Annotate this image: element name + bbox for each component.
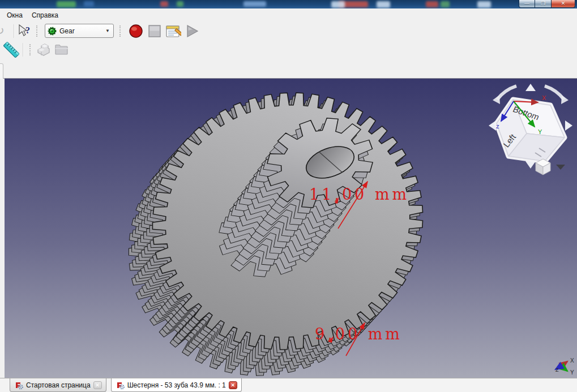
execute-macro-icon <box>185 24 199 38</box>
freecad-doc-icon <box>116 381 125 390</box>
minimize-button[interactable]: — <box>519 0 535 8</box>
title-bar: — ❐ ✕ <box>0 0 577 9</box>
nav-cube-y-label: Y <box>538 128 542 135</box>
tab-label: Стартовая страница <box>26 381 91 389</box>
freecad-window: — ❐ ✕ Окна Справка ↻ ? <box>0 0 577 392</box>
axis-z-label: Z <box>555 367 559 373</box>
close-button[interactable]: ✕ <box>551 0 575 8</box>
viewport-canvas[interactable]: 11,00 mm 9,00 mm <box>5 79 577 378</box>
record-macro-button[interactable] <box>128 23 144 39</box>
tab-label: Шестерня - 53 зуба 43.9 мм. : 1 <box>127 381 226 389</box>
dimension-label: 11,00 mm <box>309 186 409 203</box>
execute-macro-button[interactable] <box>184 23 200 39</box>
open-folder-button[interactable] <box>54 42 70 58</box>
refresh-button[interactable]: ↻ <box>0 23 11 39</box>
measure-icon <box>3 41 19 58</box>
dimension-label: 9,00 mm <box>315 325 403 343</box>
background-blob <box>441 1 450 7</box>
nav-cube-x-label: X <box>542 94 546 101</box>
document-tab-bar: Стартовая страница ✕ Шестерня - 53 зуба … <box>0 378 577 392</box>
part-button[interactable] <box>36 42 52 58</box>
maximize-button[interactable]: ❐ <box>535 0 551 8</box>
background-blob <box>377 1 390 8</box>
chevron-down-icon: ▼ <box>104 28 111 33</box>
menu-bar: Окна Справка <box>0 8 577 21</box>
part-icon <box>36 43 51 57</box>
background-blob <box>57 1 76 7</box>
background-blob <box>331 1 345 8</box>
freecad-doc-icon <box>14 381 23 390</box>
edit-macro-button[interactable] <box>165 23 181 39</box>
measure-button[interactable] <box>3 42 19 58</box>
toolbar-handle[interactable] <box>119 25 122 37</box>
background-blob <box>160 1 168 7</box>
nav-cube-z-label: Z <box>496 124 499 130</box>
toolbar-handle[interactable] <box>36 25 39 37</box>
background-blob <box>84 1 94 7</box>
menu-help[interactable]: Справка <box>27 10 63 21</box>
tab-close-button[interactable]: ✕ <box>93 381 102 389</box>
stop-macro-icon <box>148 24 161 38</box>
axis-x-label: X <box>570 357 574 364</box>
viewport-3d[interactable]: 11,00 mm 9,00 mm <box>0 79 577 378</box>
whats-this-button[interactable]: ? <box>17 23 33 39</box>
toolbar-separator <box>23 43 24 57</box>
toolbar-handle[interactable] <box>29 44 32 55</box>
svg-text:?: ? <box>25 25 30 35</box>
background-blob <box>243 1 266 7</box>
viewport-left-margin <box>0 79 5 378</box>
tab-gear-document[interactable]: Шестерня - 53 зуба 43.9 мм. : 1 ✕ <box>111 378 242 392</box>
record-macro-icon <box>129 24 143 38</box>
stop-macro-button[interactable] <box>147 23 163 39</box>
background-blob <box>426 1 438 7</box>
axis-y-label: Y <box>570 369 574 376</box>
macro-toolbar: ↻ ? Gear ▼ <box>0 21 577 41</box>
edit-macro-icon <box>165 24 181 38</box>
toolbar-separator <box>14 24 15 38</box>
macro-combobox[interactable]: Gear ▼ <box>45 24 114 38</box>
background-blob <box>477 1 491 8</box>
tab-close-button[interactable]: ✕ <box>229 381 237 389</box>
background-blob <box>177 1 183 7</box>
toolbar-gap <box>0 59 577 79</box>
window-controls: — ❐ ✕ <box>519 0 575 8</box>
refresh-icon: ↻ <box>0 24 5 37</box>
whats-this-icon: ? <box>18 24 32 38</box>
macro-gear-icon <box>48 27 57 36</box>
nav-cube-body[interactable] <box>497 100 565 161</box>
macro-combobox-value: Gear <box>59 27 104 35</box>
measure-toolbar <box>0 40 577 59</box>
open-folder-icon <box>54 43 70 57</box>
tab-start-page[interactable]: Стартовая страница ✕ <box>10 378 106 392</box>
menu-windows[interactable]: Окна <box>2 10 27 21</box>
